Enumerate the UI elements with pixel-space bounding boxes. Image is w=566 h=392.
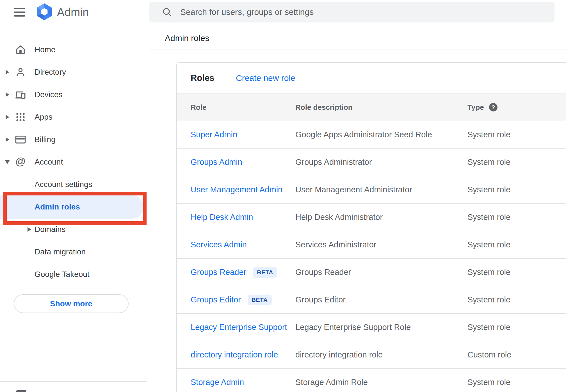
role-description-cell: Groups Editor — [295, 295, 467, 304]
create-new-role-link[interactable]: Create new role — [236, 73, 295, 83]
sidebar-item-account-settings[interactable]: Account settings — [0, 173, 149, 196]
role-type-cell: System role — [467, 323, 566, 332]
role-type-cell: System role — [467, 185, 566, 194]
role-type-cell: System role — [467, 268, 566, 277]
account-icon: @ — [15, 156, 26, 168]
role-description-cell: Groups Reader — [295, 268, 467, 277]
apps-icon — [15, 111, 26, 123]
role-cell: Groups Admin — [177, 158, 295, 167]
admin-logo-icon — [36, 3, 53, 20]
search-icon — [162, 7, 172, 17]
role-cell: Services Admin — [177, 240, 295, 249]
sidebar-item-label: Apps — [35, 113, 53, 122]
column-header-type-label: Type — [467, 103, 484, 112]
role-description-cell: User Management Administrator — [295, 185, 467, 194]
table-row: Help Desk Admin Help Desk Administrator … — [177, 204, 566, 231]
table-row: Super Admin Google Apps Administrator Se… — [177, 121, 566, 149]
show-more-button[interactable]: Show more — [14, 294, 129, 313]
sidebar-item-directory[interactable]: Directory — [0, 61, 149, 83]
role-type-cell: System role — [467, 295, 566, 304]
table-row: Groups Admin Groups Administrator System… — [177, 149, 566, 176]
role-link[interactable]: Groups Reader — [191, 268, 246, 277]
sidebar-item-label: Data migration — [35, 247, 86, 256]
sidebar-item-account[interactable]: @ Account — [0, 151, 149, 173]
sidebar-item-billing[interactable]: Billing — [0, 128, 149, 151]
role-description-cell: Storage Admin Role — [295, 378, 467, 387]
role-cell: Super Admin — [177, 130, 295, 139]
sidebar-item-label: Directory — [35, 68, 66, 77]
role-link[interactable]: Services Admin — [191, 240, 247, 249]
sidebar-item-data-migration[interactable]: Data migration — [0, 241, 149, 263]
search-input[interactable] — [180, 4, 554, 20]
roles-card-header: Roles Create new role — [177, 63, 566, 94]
roles-card: Roles Create new role Role Role descript… — [176, 62, 566, 392]
role-description-cell: directory integration role — [295, 350, 467, 359]
sidebar-item-label: Devices — [35, 90, 63, 99]
hamburger-menu-icon[interactable] — [13, 6, 26, 18]
roles-table-header: Role Role description Type ? — [177, 94, 566, 121]
sidebar-item-google-takeout[interactable]: Google Takeout — [0, 263, 149, 286]
role-link[interactable]: Legacy Enterprise Support — [191, 323, 287, 332]
beta-badge: BETA — [248, 295, 272, 305]
sidebar-item-devices[interactable]: Devices — [0, 83, 149, 106]
beta-badge: BETA — [253, 267, 277, 278]
sidebar-item-apps[interactable]: Apps — [0, 106, 149, 128]
role-description-cell: Legacy Enterprise Support Role — [295, 323, 467, 332]
expand-icon[interactable] — [4, 69, 10, 75]
table-row: Legacy Enterprise Support Legacy Enterpr… — [177, 314, 566, 341]
help-icon[interactable]: ? — [489, 103, 497, 111]
role-link[interactable]: Help Desk Admin — [191, 213, 253, 222]
collapse-icon[interactable] — [4, 159, 10, 165]
devices-icon — [15, 89, 26, 101]
role-description-cell: Help Desk Administrator — [295, 213, 467, 222]
sidebar-item-domains[interactable]: Domains — [0, 218, 149, 241]
table-row: directory integration role directory int… — [177, 341, 566, 369]
table-row: Groups Reader BETA Groups Reader System … — [177, 259, 566, 286]
expand-icon[interactable] — [4, 114, 10, 120]
header-divider — [149, 49, 566, 49]
table-row: Services Admin Services Administrator Sy… — [177, 231, 566, 259]
role-cell: Groups Reader BETA — [177, 267, 295, 278]
role-type-cell: System role — [467, 213, 566, 222]
role-link[interactable]: directory integration role — [191, 350, 278, 359]
role-link[interactable]: Super Admin — [191, 130, 237, 139]
clipped-bottom-icon — [16, 390, 26, 392]
directory-icon — [15, 66, 26, 78]
sidebar-item-label: Home — [35, 45, 56, 54]
card-title: Roles — [191, 73, 214, 83]
role-link[interactable]: Groups Editor — [191, 295, 241, 304]
table-row: Storage Admin Storage Admin Role System … — [177, 369, 566, 392]
expand-icon[interactable] — [26, 227, 32, 232]
table-row: Groups Editor BETA Groups Editor System … — [177, 286, 566, 314]
expand-icon[interactable] — [4, 92, 10, 97]
role-cell: Legacy Enterprise Support — [177, 323, 295, 332]
role-description-cell: Services Administrator — [295, 240, 467, 249]
role-description-cell: Groups Administrator — [295, 158, 467, 167]
role-link[interactable]: Storage Admin — [191, 378, 244, 387]
role-type-cell: System role — [467, 240, 566, 249]
home-icon — [15, 44, 26, 56]
expand-icon[interactable] — [4, 137, 10, 142]
role-type-cell: Custom role — [467, 350, 566, 359]
role-link[interactable]: User Management Admin — [191, 185, 282, 194]
sidebar-item-label: Google Takeout — [35, 270, 90, 279]
roles-table-body: Super Admin Google Apps Administrator Se… — [177, 121, 566, 392]
sidebar-item-home[interactable]: Home — [0, 38, 149, 61]
svg-text:@: @ — [15, 156, 26, 167]
brand-title: Admin — [57, 5, 89, 19]
role-cell: User Management Admin — [177, 185, 295, 194]
role-cell: Groups Editor BETA — [177, 295, 295, 305]
search-bar — [149, 2, 554, 22]
role-cell: Storage Admin — [177, 378, 295, 387]
column-header-type: Type ? — [467, 103, 566, 112]
column-header-role: Role — [177, 103, 295, 112]
sidebar-bottom-divider — [0, 381, 147, 382]
billing-icon — [15, 134, 26, 145]
sidebar-item-admin-roles[interactable]: Admin roles — [0, 196, 149, 218]
sidebar-item-label: Domains — [35, 225, 65, 234]
role-link[interactable]: Groups Admin — [191, 158, 242, 167]
role-cell: directory integration role — [177, 350, 295, 359]
column-header-description: Role description — [295, 103, 467, 112]
sidebar-item-label: Account settings — [35, 180, 92, 189]
sidebar-nav: Home Directory Devices Apps Billing @ Ac… — [0, 38, 149, 286]
